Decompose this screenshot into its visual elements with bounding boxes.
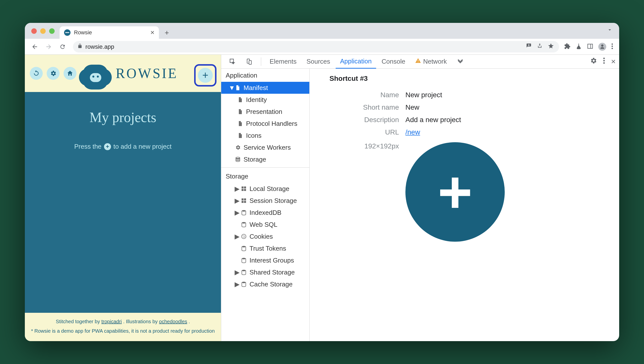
- sidebar-label: Icons: [246, 132, 262, 139]
- profile-avatar[interactable]: [598, 43, 606, 51]
- svg-point-0: [612, 43, 613, 45]
- forward-button[interactable]: [43, 41, 54, 52]
- device-toolbar-button[interactable]: [242, 55, 257, 69]
- svg-point-9: [242, 222, 246, 224]
- sidebar-item-icons[interactable]: Icons: [221, 129, 309, 141]
- grid-icon: [240, 198, 247, 204]
- svg-point-10: [242, 234, 246, 239]
- home-button[interactable]: [64, 67, 76, 80]
- svg-point-5: [603, 58, 605, 59]
- sidebar-item-cs[interactable]: ▶ Cache Storage: [221, 278, 309, 290]
- sidebar-label: Interest Groups: [250, 257, 294, 264]
- logo-sheep-icon: [80, 60, 110, 87]
- file-icon: [237, 132, 244, 139]
- sidebar-item-ss[interactable]: ▶ Session Storage: [221, 195, 309, 207]
- new-tab-button[interactable]: +: [161, 27, 173, 39]
- database-icon: [240, 269, 247, 275]
- sidebar-item-manifest[interactable]: ▼ Manifest: [221, 82, 309, 94]
- svg-point-18: [242, 282, 246, 283]
- devtools-tabs: Elements Sources Application Console Net…: [221, 55, 619, 69]
- page-title: My projects: [25, 109, 221, 125]
- sync-button[interactable]: [30, 67, 43, 80]
- browser-window: Rowsie × +: [25, 23, 619, 341]
- svg-point-6: [603, 60, 605, 61]
- tab-network[interactable]: Network: [411, 55, 451, 69]
- tab-strip: Rowsie × +: [25, 23, 619, 39]
- app-body: My projects Press the + to add a new pro…: [25, 92, 221, 313]
- add-project-button[interactable]: +: [198, 68, 213, 83]
- share-icon[interactable]: [537, 43, 543, 51]
- browser-tab[interactable]: Rowsie ×: [60, 26, 159, 39]
- address-bar: rowsie.app: [25, 39, 619, 55]
- warning-icon: [415, 58, 421, 65]
- sidebar-item-protocol[interactable]: Protocol Handlers: [221, 118, 309, 129]
- more-tabs-button[interactable]: [452, 55, 468, 69]
- rowsie-app: ROWSIE + My projects Press the + to add …: [25, 55, 221, 341]
- maximize-window-button[interactable]: [49, 28, 54, 34]
- chrome-menu-icon[interactable]: [611, 43, 613, 51]
- settings-button[interactable]: [47, 67, 60, 80]
- label-description: Description: [330, 116, 399, 124]
- sidebar-item-ig[interactable]: Interest Groups: [221, 254, 309, 266]
- footer-author-link[interactable]: tropicadri: [101, 319, 122, 324]
- app-wordmark: ROWSIE: [116, 65, 178, 81]
- sidebar-item-tt[interactable]: Trust Tokens: [221, 242, 309, 254]
- close-window-button[interactable]: [31, 28, 37, 34]
- tabs-menu-button[interactable]: [607, 27, 613, 35]
- tab-sources[interactable]: Sources: [302, 55, 334, 69]
- side-panel-icon[interactable]: [587, 43, 593, 51]
- app-header: ROWSIE +: [25, 55, 221, 92]
- svg-point-13: [243, 237, 244, 238]
- sidebar-label: Cache Storage: [250, 280, 292, 288]
- sidebar-item-shs[interactable]: ▶ Shared Storage: [221, 266, 309, 278]
- tab-network-label: Network: [423, 58, 447, 65]
- devtools-settings-icon[interactable]: [590, 57, 597, 66]
- devtools-close-icon[interactable]: ×: [611, 57, 616, 66]
- database-icon: [240, 245, 247, 252]
- database-icon: [240, 209, 247, 216]
- sidebar-label: Web SQL: [250, 221, 277, 229]
- svg-point-7: [603, 62, 605, 64]
- svg-point-17: [242, 270, 246, 271]
- back-button[interactable]: [29, 41, 40, 52]
- plus-icon: [438, 162, 472, 222]
- svg-point-11: [243, 236, 244, 236]
- labs-icon[interactable]: [576, 43, 582, 51]
- extensions-icon[interactable]: [564, 43, 570, 51]
- sidebar-item-presentation[interactable]: Presentation: [221, 106, 309, 118]
- bookmark-icon[interactable]: [548, 43, 554, 51]
- value-url-link[interactable]: /new: [406, 128, 420, 136]
- tab-application[interactable]: Application: [336, 55, 376, 69]
- sidebar-label: Shared Storage: [250, 269, 295, 276]
- close-tab-button[interactable]: ×: [150, 29, 154, 37]
- tab-console[interactable]: Console: [377, 55, 410, 69]
- sidebar-item-ls[interactable]: ▶ Local Storage: [221, 183, 309, 195]
- omnibox[interactable]: rowsie.app: [73, 41, 559, 53]
- reload-button[interactable]: [57, 41, 68, 52]
- devtools-panel: Elements Sources Application Console Net…: [221, 55, 619, 341]
- svg-point-14: [244, 237, 245, 238]
- svg-point-8: [242, 210, 246, 212]
- sidebar-label: Cookies: [250, 233, 273, 240]
- url-text: rowsie.app: [86, 43, 114, 50]
- sidebar-item-storage[interactable]: Storage: [221, 153, 309, 165]
- sidebar-label: Service Workers: [244, 144, 291, 151]
- sidebar-item-websql[interactable]: Web SQL: [221, 219, 309, 231]
- sidebar-item-sw[interactable]: Service Workers: [221, 141, 309, 153]
- minimize-window-button[interactable]: [40, 28, 46, 34]
- devtools-menu-icon[interactable]: [603, 57, 605, 66]
- database-icon: [240, 257, 247, 264]
- sidebar-item-identity[interactable]: Identity: [221, 94, 309, 106]
- footer-mid: . Illustrations by: [123, 319, 159, 324]
- sidebar-item-cookies[interactable]: ▶ Cookies: [221, 231, 309, 242]
- sidebar-item-idb[interactable]: ▶ IndexedDB: [221, 207, 309, 219]
- hint-after: to add a new project: [114, 143, 172, 150]
- inspect-element-button[interactable]: [225, 55, 240, 69]
- gear-icon: [234, 144, 241, 151]
- install-app-icon[interactable]: [526, 43, 532, 51]
- tab-elements[interactable]: Elements: [265, 55, 301, 69]
- footer-illustrator-link[interactable]: ochedoodles: [159, 319, 187, 324]
- tab-title: Rowsie: [74, 29, 92, 36]
- value-name: New project: [406, 91, 609, 99]
- label-name: Name: [330, 91, 399, 99]
